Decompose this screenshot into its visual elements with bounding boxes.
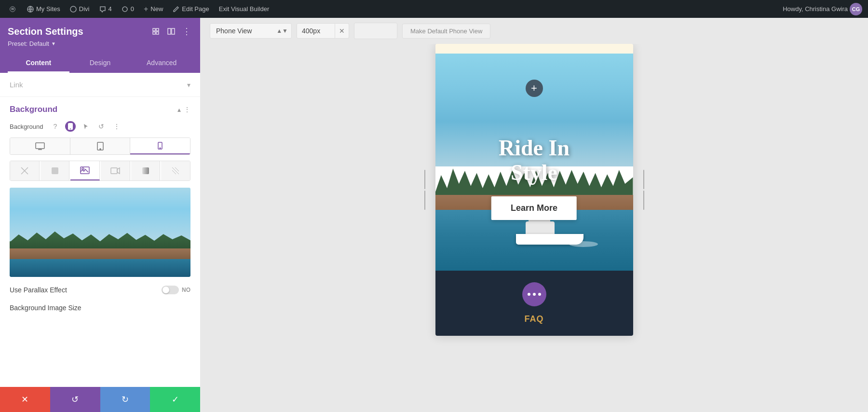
svg-point-3 (70, 6, 76, 12)
save-button[interactable]: ✓ (150, 387, 200, 412)
hero-text-container: Ride In Style Learn More (450, 136, 618, 220)
tab-advanced[interactable]: Advanced (131, 54, 192, 73)
background-section-header: Background ▴ ⋮ (10, 105, 190, 114)
view-bar: Phone View Desktop View Tablet View ▲▼ ✕… (200, 18, 868, 44)
tab-content[interactable]: Content (8, 54, 69, 73)
wp-logo[interactable]: W (6, 2, 19, 16)
menu-dot (533, 293, 536, 296)
link-label: Link (10, 81, 23, 89)
mobile-tab[interactable] (130, 138, 190, 154)
make-default-button[interactable]: Make Default Phone View (402, 24, 490, 39)
my-sites-menu[interactable]: My Sites (23, 0, 64, 18)
boat-cabin (526, 221, 555, 235)
user-avatar[interactable]: CG (850, 3, 862, 15)
image-bg-btn[interactable] (70, 161, 100, 180)
learn-more-button[interactable]: Learn More (491, 196, 577, 220)
help-icon[interactable]: ? (50, 121, 60, 132)
admin-bar-right: Howdy, Christina Gwira CG (783, 3, 862, 15)
parallax-label: Use Parallax Effect (10, 286, 67, 294)
edit-page-menu[interactable]: Edit Page (169, 0, 213, 18)
reset-icon[interactable]: ↺ (96, 121, 107, 132)
redo-button[interactable]: ↻ (100, 387, 150, 412)
tab-design[interactable]: Design (69, 54, 131, 73)
drag-line (424, 191, 425, 210)
background-collapse-icon[interactable]: ▴ (177, 106, 181, 113)
left-drag-handle[interactable] (421, 176, 429, 205)
background-controls-row: Background ? ↺ ⋮ (10, 121, 190, 132)
right-drag-handle[interactable] (640, 176, 648, 205)
preset-label[interactable]: Preset: Default ▼ (8, 40, 192, 47)
messages-menu[interactable]: 0 (118, 0, 138, 18)
svg-rect-20 (52, 167, 58, 174)
svg-point-17 (160, 148, 161, 149)
howdy-text: Howdy, Christina Gwira (783, 5, 848, 13)
drag-line (643, 191, 644, 210)
width-clear-button[interactable]: ✕ (335, 23, 349, 39)
tablet-tab[interactable] (70, 138, 131, 154)
expand-icon[interactable] (150, 26, 162, 37)
svg-point-4 (122, 7, 127, 12)
hero-heading: Ride In Style (450, 136, 618, 185)
preset-caret-icon: ▼ (51, 41, 56, 46)
svg-line-25 (172, 167, 179, 174)
panel-header-top: Section Settings ⋮ (8, 26, 192, 37)
hero-boat (511, 220, 588, 245)
divi-menu[interactable]: Divi (66, 0, 94, 18)
comments-menu[interactable]: 4 (95, 0, 116, 18)
canvas-area: Phone View Desktop View Tablet View ▲▼ ✕… (200, 18, 868, 412)
svg-rect-5 (153, 28, 155, 31)
background-more-icon[interactable]: ⋮ (184, 106, 190, 113)
menu-dots-button[interactable] (522, 282, 546, 306)
phone-wrapper: + Ride In Style Learn More (435, 44, 633, 336)
link-chevron-icon[interactable]: ▾ (187, 81, 190, 89)
panel-header: Section Settings ⋮ (0, 18, 200, 73)
color-bg-btn[interactable] (41, 161, 70, 180)
gradient-bg-btn[interactable] (131, 161, 161, 180)
faq-section: FAQ (435, 271, 633, 336)
undo-button[interactable]: ↺ (50, 387, 100, 412)
columns-icon[interactable] (165, 26, 177, 37)
no-bg-btn[interactable] (10, 161, 40, 180)
view-select[interactable]: Phone View Desktop View Tablet View (210, 23, 292, 39)
parallax-toggle[interactable] (162, 286, 179, 294)
width-input[interactable] (297, 23, 335, 39)
width-input-group: ✕ (297, 23, 349, 39)
cancel-button[interactable]: ✕ (0, 387, 50, 412)
svg-rect-9 (168, 28, 171, 34)
view-select-wrapper: Phone View Desktop View Tablet View ▲▼ (210, 23, 292, 39)
pattern-bg-btn[interactable] (161, 161, 190, 180)
exit-vb-menu[interactable]: Exit Visual Builder (215, 0, 273, 18)
parallax-toggle-group: NO (162, 286, 190, 294)
boat-wake (569, 241, 598, 247)
menu-dots (528, 293, 541, 296)
desktop-tab[interactable] (10, 138, 70, 154)
menu-dot (538, 293, 541, 296)
svg-rect-24 (142, 167, 149, 174)
device-tabs (10, 137, 190, 155)
svg-rect-10 (172, 28, 175, 34)
main-layout: Section Settings ⋮ (0, 18, 868, 412)
menu-dot (528, 293, 530, 296)
svg-rect-13 (36, 143, 44, 149)
svg-point-12 (70, 128, 71, 129)
canvas: + Ride In Style Learn More (200, 44, 868, 412)
parallax-value: NO (182, 287, 190, 293)
drag-line (424, 170, 425, 189)
background-image-preview[interactable] (10, 188, 190, 277)
more-options-icon[interactable]: ⋮ (181, 26, 192, 37)
background-label: Background (10, 123, 43, 130)
bg-more-icon[interactable]: ⋮ (111, 121, 122, 132)
add-module-button[interactable]: + (526, 80, 543, 97)
bg-water (10, 259, 190, 277)
video-bg-btn[interactable] (101, 161, 130, 180)
cursor-icon[interactable] (81, 121, 91, 132)
drag-line (643, 170, 644, 189)
background-section: Background ▴ ⋮ Background ? (0, 97, 200, 319)
svg-point-15 (100, 149, 101, 150)
phone-device-icon[interactable] (65, 121, 76, 132)
svg-rect-6 (156, 28, 159, 31)
new-menu[interactable]: + New (140, 0, 167, 18)
panel-tabs: Content Design Advanced (8, 54, 192, 73)
view-extra-box (354, 23, 397, 39)
drag-lines-right (643, 170, 644, 210)
